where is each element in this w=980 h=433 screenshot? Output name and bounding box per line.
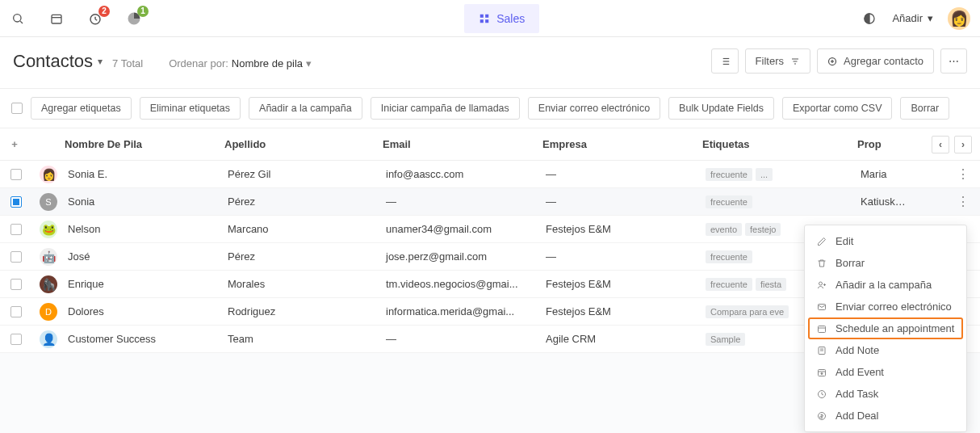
more-button[interactable]: ⋯ xyxy=(940,48,967,74)
user-avatar[interactable]: 👩 xyxy=(948,7,970,30)
page-title[interactable]: Contactos ▾ xyxy=(13,51,103,72)
tag-chip: Compara para eve xyxy=(706,305,789,318)
caret-down-icon: ▾ xyxy=(98,56,103,67)
tag-chip: frecuente xyxy=(706,278,752,291)
mail-icon xyxy=(816,302,827,312)
theme-icon[interactable] xyxy=(861,11,877,27)
col-owner[interactable]: Prop xyxy=(854,138,911,150)
subbar-left: Contactos ▾ 7 Total Ordenar por: Nombre … xyxy=(13,51,312,72)
row-checkbox[interactable] xyxy=(10,334,22,345)
sort-label: Ordenar por: xyxy=(169,57,228,69)
bulk-action-button[interactable]: Enviar correo electrónico xyxy=(528,97,660,120)
tag-chip: frecuente xyxy=(706,168,752,181)
cell-email: — xyxy=(383,333,542,345)
chart-badge: 1 xyxy=(137,6,149,17)
row-checkbox[interactable] xyxy=(10,196,22,208)
row-checkbox[interactable] xyxy=(10,279,22,290)
row-context-menu: EditBorrarAñadir a la campañaEnviar corr… xyxy=(804,225,967,353)
filters-button[interactable]: Filters xyxy=(745,48,810,74)
add-contact-button[interactable]: Agregar contacto xyxy=(817,48,934,74)
calendar-icon[interactable] xyxy=(48,11,65,27)
cell-email: informatica.merida@gmai... xyxy=(383,305,542,317)
topbar-left: 2 1 xyxy=(10,11,142,27)
select-all-checkbox[interactable] xyxy=(11,103,23,114)
cell-email: info@aascc.com xyxy=(383,168,542,180)
cell-company: Festejos E&M xyxy=(542,278,702,290)
filters-label: Filters xyxy=(756,55,784,67)
menu-item-label: Schedule an appointment xyxy=(836,322,954,334)
list-view-button[interactable] xyxy=(711,48,739,74)
svg-rect-9 xyxy=(480,19,484,23)
svg-rect-7 xyxy=(480,14,484,17)
note-icon xyxy=(816,346,827,354)
cell-tags: frecuente... xyxy=(702,168,857,181)
subbar-right: Filters Agregar contacto ⋯ xyxy=(711,48,967,74)
menu-item-schedule-an-appointment[interactable]: Schedule an appointment xyxy=(808,317,963,339)
cell-email: tm.videos.negocios@gmai... xyxy=(383,278,542,290)
contact-avatar: 👤 xyxy=(40,330,57,348)
search-icon[interactable] xyxy=(10,11,26,27)
column-nav: ‹ › xyxy=(932,136,972,153)
svg-point-24 xyxy=(819,282,823,285)
svg-line-6 xyxy=(95,19,97,20)
bulk-action-button[interactable]: Iniciar campaña de llamadas xyxy=(371,97,520,120)
row-checkbox[interactable] xyxy=(10,224,22,235)
cell-owner: Maria xyxy=(857,168,914,180)
contact-avatar: S xyxy=(40,193,57,211)
bulk-action-button[interactable]: Exportar como CSV xyxy=(782,97,892,120)
topbar-right: Añadir ▾ 👩 xyxy=(861,7,970,30)
cell-company: Festejos E&M xyxy=(542,305,702,317)
add-dropdown[interactable]: Añadir ▾ xyxy=(892,12,933,24)
menu-item-label: Add Note xyxy=(836,344,879,353)
svg-rect-8 xyxy=(485,14,488,17)
add-column-button[interactable]: + xyxy=(0,138,29,150)
edit-icon xyxy=(816,237,827,246)
menu-item-añadir-a-la-campaña[interactable]: Añadir a la campaña xyxy=(805,274,966,296)
row-checkbox[interactable] xyxy=(10,169,22,180)
scroll-left-button[interactable]: ‹ xyxy=(932,136,949,153)
cell-name: Sonia xyxy=(65,195,224,208)
col-lastname[interactable]: Apellido xyxy=(221,138,379,150)
cell-name: Customer Success xyxy=(65,333,224,345)
menu-item-borrar[interactable]: Borrar xyxy=(805,252,966,274)
sort-by[interactable]: Ordenar por: Nombre de pila ▾ xyxy=(169,57,312,69)
bulk-action-button[interactable]: Borrar xyxy=(900,97,949,120)
contact-avatar: D xyxy=(40,303,57,321)
cell-lastname: Morales xyxy=(224,278,383,290)
cell-company: — xyxy=(542,250,702,263)
contact-avatar: 🦍 xyxy=(40,275,57,293)
menu-item-add-note[interactable]: Add Note xyxy=(805,339,966,353)
topbar: 2 1 Sales Añadir ▾ 👩 xyxy=(0,0,980,37)
row-menu-button[interactable]: ⋮ xyxy=(957,166,969,182)
bulk-action-button[interactable]: Añadir a la campaña xyxy=(249,97,362,120)
svg-point-0 xyxy=(14,14,21,21)
row-menu-button[interactable]: ⋮ xyxy=(957,194,969,209)
col-name[interactable]: Nombre De Pila xyxy=(61,138,221,150)
menu-item-enviar-correo-electrónico[interactable]: Enviar correo electrónico xyxy=(805,296,966,317)
bulk-action-button[interactable]: Bulk Update Fields xyxy=(668,97,774,120)
scroll-right-button[interactable]: › xyxy=(954,136,972,153)
sales-tab[interactable]: Sales xyxy=(464,4,539,33)
table-row[interactable]: SSoniaPérez——frecuenteKatiuska Gu⋮ xyxy=(0,188,980,216)
clock-badge: 2 xyxy=(98,6,110,17)
chart-icon[interactable]: 1 xyxy=(126,11,142,27)
cell-lastname: Rodriguez xyxy=(224,305,383,317)
tag-chip: festejo xyxy=(745,223,781,236)
row-checkbox[interactable] xyxy=(10,251,22,263)
subbar: Contactos ▾ 7 Total Ordenar por: Nombre … xyxy=(0,37,980,89)
cell-name: Nelson xyxy=(65,223,224,235)
cell-lastname: Pérez xyxy=(224,195,383,208)
menu-item-edit[interactable]: Edit xyxy=(805,230,966,252)
bulk-action-button[interactable]: Eliminar etiquetas xyxy=(140,97,241,120)
page-title-text: Contactos xyxy=(13,51,93,72)
col-email[interactable]: Email xyxy=(379,138,539,150)
sort-value: Nombre de pila xyxy=(232,57,303,69)
row-checkbox[interactable] xyxy=(10,306,22,317)
cell-name: Dolores xyxy=(65,305,224,317)
col-company[interactable]: Empresa xyxy=(539,138,699,150)
bulk-action-button[interactable]: Agregar etiquetas xyxy=(31,97,132,120)
clock-icon[interactable]: 2 xyxy=(87,11,103,27)
caret-down-icon: ▾ xyxy=(306,57,312,69)
table-row[interactable]: 👩Sonia E.Pérez Gilinfo@aascc.com—frecuen… xyxy=(0,161,980,188)
col-tags[interactable]: Etiquetas xyxy=(699,138,854,150)
